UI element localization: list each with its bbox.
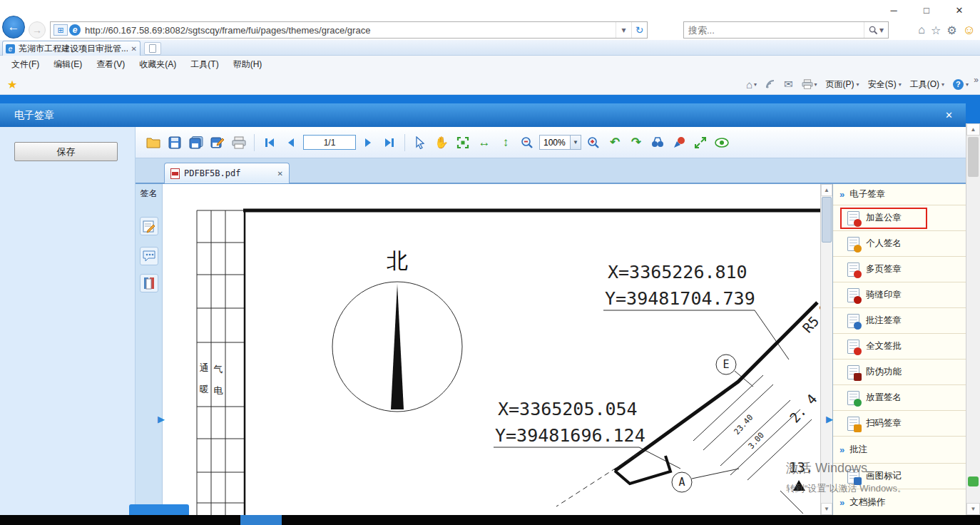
- fit-width-button[interactable]: ↔: [475, 133, 494, 152]
- search-input[interactable]: [684, 25, 864, 36]
- document-scrollbar[interactable]: ▲ ▼: [820, 184, 832, 515]
- refresh-icon[interactable]: ↻: [631, 22, 647, 38]
- tab-close-icon[interactable]: ✕: [131, 45, 137, 53]
- browser-scrollbar[interactable]: ▲ ▼: [966, 123, 980, 515]
- page-menu-button[interactable]: 页面(P)▾: [826, 78, 859, 91]
- scan-code-sign-icon: [847, 417, 859, 431]
- action-personal-signature[interactable]: 个人签名: [833, 231, 966, 257]
- scroll-down-icon[interactable]: ▼: [821, 503, 832, 515]
- comment-tool-button[interactable]: [140, 247, 158, 265]
- action-draw-mark[interactable]: 画图标记: [833, 464, 966, 489]
- section-document-ops-header[interactable]: » 文档操作: [833, 489, 966, 515]
- back-button[interactable]: ←: [2, 16, 25, 39]
- menu-help[interactable]: 帮助(H): [226, 56, 270, 73]
- home-icon[interactable]: ⌂: [918, 24, 925, 36]
- dialog-sidebar: 保存: [0, 127, 136, 515]
- safety-menu-button[interactable]: 安全(S)▾: [868, 78, 902, 91]
- pdf-page-canvas[interactable]: 北 X=3365226.810 Y=39481704.739 X=3365205…: [163, 184, 820, 515]
- action-company-seal[interactable]: 加盖公章: [833, 205, 966, 231]
- browser-scroll-up-icon[interactable]: ▲: [966, 123, 980, 136]
- tools-menu-button[interactable]: 工具(O)▾: [910, 78, 944, 91]
- fit-page-button[interactable]: [454, 133, 472, 152]
- save-button[interactable]: 保存: [14, 142, 118, 161]
- print-icon[interactable]: ▾: [802, 79, 817, 89]
- taskbar-app-button[interactable]: [240, 515, 282, 525]
- window-maximize-button[interactable]: □: [910, 0, 943, 20]
- action-place-signature[interactable]: 放置签名: [833, 385, 966, 411]
- next-page-button[interactable]: [359, 133, 377, 152]
- search-dropdown[interactable]: ▾: [864, 22, 888, 38]
- select-tool-button[interactable]: [411, 133, 429, 152]
- zoom-dropdown-icon[interactable]: ▼: [570, 136, 581, 149]
- help-menu-button[interactable]: ?▾: [953, 79, 969, 90]
- save-file-button[interactable]: [165, 133, 184, 152]
- command-bar-overflow-chevron[interactable]: »: [974, 75, 979, 85]
- last-page-button[interactable]: [380, 133, 399, 152]
- compatibility-view-icon[interactable]: ⊞: [53, 24, 68, 36]
- coordinate-labels: X=3365226.810 Y=39481704.739 X=3365205.0…: [495, 262, 755, 446]
- right-panel-collapse-chevron[interactable]: ▶: [826, 414, 833, 424]
- window-close-button[interactable]: ✕: [943, 0, 976, 20]
- settings-gear-icon[interactable]: ⚙: [946, 24, 956, 37]
- address-bar[interactable]: ⊞ e http://60.167.58.69:8082/sgtscqy/fra…: [50, 21, 648, 39]
- zoom-level-input[interactable]: [540, 136, 570, 149]
- feedback-smiley-icon[interactable]: ☺: [963, 23, 976, 38]
- first-page-button[interactable]: [260, 133, 279, 152]
- find-button[interactable]: [648, 133, 667, 152]
- menu-edit[interactable]: 编辑(E): [46, 56, 89, 73]
- browser-scrollbar-thumb[interactable]: [968, 137, 979, 177]
- section-esign-header[interactable]: » 电子签章: [833, 184, 966, 205]
- zoom-level-combo[interactable]: ▼: [539, 135, 581, 150]
- favorites-icon[interactable]: ☆: [931, 24, 941, 37]
- rotate-left-button[interactable]: ↶: [606, 133, 624, 152]
- action-paging-seal[interactable]: 骑缝印章: [833, 282, 966, 308]
- menu-favorites[interactable]: 收藏夹(A): [132, 56, 183, 73]
- pdf-document-tab[interactable]: PDFBF5B.pdf ✕: [164, 163, 290, 183]
- browser-tab[interactable]: e 芜湖市工程建设项目审批管... ✕: [2, 41, 141, 56]
- stamp-tool-button[interactable]: [670, 133, 688, 152]
- left-panel-collapse-chevron[interactable]: ▶: [158, 414, 165, 424]
- forward-button[interactable]: →: [29, 21, 46, 39]
- esign-dialog-body: 保存: [0, 127, 966, 515]
- action-annotation-sign[interactable]: 批注签章: [833, 308, 966, 334]
- address-dropdown-icon[interactable]: ▾: [616, 22, 631, 38]
- rotate-right-button[interactable]: ↷: [627, 133, 645, 152]
- zoom-out-button[interactable]: [518, 133, 536, 152]
- paging-seal-icon: [847, 288, 859, 302]
- open-file-button[interactable]: [144, 133, 163, 152]
- bookmark-tool-button[interactable]: [140, 274, 158, 292]
- zoom-in-button[interactable]: [584, 133, 603, 152]
- fit-height-button[interactable]: ↕: [496, 133, 515, 152]
- save-all-button[interactable]: [187, 133, 205, 152]
- scrollbar-thumb[interactable]: [822, 197, 832, 243]
- dialog-close-icon[interactable]: ✕: [945, 110, 953, 121]
- action-multipage-sign[interactable]: 多页签章: [833, 257, 966, 282]
- window-minimize-button[interactable]: ─: [877, 0, 910, 20]
- menu-file[interactable]: 文件(F): [4, 56, 46, 73]
- home-page-icon[interactable]: ⌂▾: [746, 78, 757, 91]
- menu-view[interactable]: 查看(V): [89, 56, 132, 73]
- preview-eye-button[interactable]: [713, 133, 731, 152]
- print-button[interactable]: [230, 133, 248, 152]
- url-text[interactable]: http://60.167.58.69:8082/sgtscqy/frame/f…: [85, 25, 616, 36]
- pdf-tab-close-icon[interactable]: ✕: [277, 170, 283, 178]
- page-number-input[interactable]: [303, 135, 356, 150]
- add-favorite-star-icon[interactable]: ★: [7, 78, 17, 91]
- action-anti-counterfeit[interactable]: 防伪功能: [833, 360, 966, 385]
- section-annotation-header[interactable]: » 批注: [833, 437, 966, 464]
- action-fulltext-approve[interactable]: 全文签批: [833, 334, 966, 360]
- svg-text:电: 电: [214, 385, 223, 396]
- previous-page-button[interactable]: [282, 133, 300, 152]
- signature-pad-button[interactable]: [140, 217, 158, 235]
- hand-tool-button[interactable]: ✋: [432, 133, 451, 152]
- fullscreen-button[interactable]: [691, 133, 710, 152]
- feed-icon[interactable]: [765, 79, 775, 89]
- action-scan-code-sign[interactable]: 扫码签章: [833, 411, 966, 437]
- esign-dialog: 电子签章 ✕ 保存: [0, 103, 966, 515]
- scroll-up-icon[interactable]: ▲: [821, 184, 832, 196]
- menu-tools[interactable]: 工具(T): [183, 56, 225, 73]
- new-tab-button[interactable]: [144, 42, 161, 55]
- save-as-button[interactable]: [208, 133, 227, 152]
- read-mail-icon[interactable]: ✉: [784, 78, 793, 91]
- browser-scroll-down-icon[interactable]: ▼: [966, 503, 980, 515]
